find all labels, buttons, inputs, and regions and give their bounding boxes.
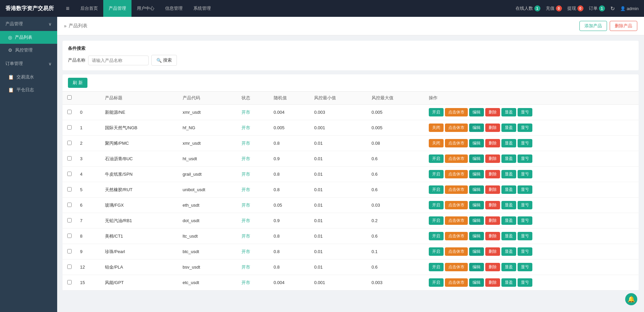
row-checkbox[interactable]	[67, 110, 72, 114]
refresh-button[interactable]: 刷 新	[68, 78, 87, 88]
delete-product-button[interactable]: 删除产品	[610, 21, 637, 31]
row-checkbox[interactable]	[67, 203, 72, 207]
edit-button[interactable]: 编辑	[469, 247, 484, 256]
sidebar-item-risk-control[interactable]: ⚙ 风控管理	[0, 44, 57, 57]
long-button[interactable]: 显盈	[501, 139, 516, 147]
row-checkbox[interactable]	[67, 125, 72, 130]
short-button[interactable]: 显亏	[518, 216, 532, 225]
edit-button[interactable]: 编辑	[469, 124, 484, 132]
row-checkbox[interactable]	[67, 187, 72, 192]
delete-button[interactable]: 删除	[485, 108, 500, 116]
suspend-button[interactable]: 点击休市	[445, 124, 468, 132]
nav-item-info[interactable]: 信息管理	[160, 0, 188, 17]
search-button[interactable]: 🔍 搜索	[151, 55, 177, 66]
row-checkbox[interactable]	[67, 265, 72, 269]
delete-button[interactable]: 删除	[485, 185, 500, 194]
long-button[interactable]: 显盈	[501, 216, 516, 225]
open-close-button[interactable]: 开启	[429, 201, 444, 209]
nav-item-system[interactable]: 系统管理	[188, 0, 216, 17]
delete-button[interactable]: 删除	[485, 263, 500, 271]
short-button[interactable]: 显亏	[518, 185, 532, 194]
row-checkbox[interactable]	[67, 218, 72, 222]
edit-button[interactable]: 编辑	[469, 139, 484, 147]
short-button[interactable]: 显亏	[518, 232, 532, 240]
search-input[interactable]	[88, 56, 149, 65]
short-button[interactable]: 显亏	[518, 247, 532, 256]
open-close-button[interactable]: 关闭	[429, 124, 444, 132]
suspend-button[interactable]: 点击休市	[445, 216, 468, 225]
notification-bell[interactable]: 🔔	[625, 293, 637, 305]
refresh-icon[interactable]: ↻	[610, 5, 615, 12]
short-button[interactable]: 显亏	[518, 263, 532, 271]
edit-button[interactable]: 编辑	[469, 201, 484, 209]
sidebar-item-close-log[interactable]: 📋 平仓日志	[0, 83, 57, 96]
nav-item-home[interactable]: 后台首页	[75, 0, 103, 17]
edit-button[interactable]: 编辑	[469, 170, 484, 178]
row-checkbox[interactable]	[67, 249, 72, 253]
row-checkbox[interactable]	[67, 141, 72, 145]
long-button[interactable]: 显盈	[501, 232, 516, 240]
recharge-count[interactable]: 充值 0	[546, 5, 562, 11]
edit-button[interactable]: 编辑	[469, 108, 484, 116]
short-button[interactable]: 显亏	[518, 278, 532, 287]
open-close-button[interactable]: 开启	[429, 232, 444, 240]
sidebar-group-orders[interactable]: 订单管理 ∨	[0, 57, 57, 71]
long-button[interactable]: 显盈	[501, 247, 516, 256]
open-close-button[interactable]: 开启	[429, 216, 444, 225]
delete-button[interactable]: 删除	[485, 154, 500, 163]
open-close-button[interactable]: 开启	[429, 170, 444, 178]
suspend-button[interactable]: 点击休市	[445, 170, 468, 178]
delete-button[interactable]: 删除	[485, 278, 500, 287]
delete-button[interactable]: 删除	[485, 247, 500, 256]
edit-button[interactable]: 编辑	[469, 278, 484, 287]
order-count[interactable]: 订单 1	[589, 5, 605, 11]
short-button[interactable]: 显亏	[518, 139, 532, 147]
sidebar-group-products[interactable]: 产品管理 ∨	[0, 17, 57, 31]
suspend-button[interactable]: 点击休市	[445, 278, 468, 287]
open-close-button[interactable]: 开启	[429, 263, 444, 271]
short-button[interactable]: 显亏	[518, 170, 532, 178]
delete-button[interactable]: 删除	[485, 139, 500, 147]
edit-button[interactable]: 编辑	[469, 263, 484, 271]
open-close-button[interactable]: 开启	[429, 108, 444, 116]
nav-item-products[interactable]: 产品管理	[103, 0, 131, 17]
long-button[interactable]: 显盈	[501, 278, 516, 287]
sidebar-item-transactions[interactable]: 📋 交易流水	[0, 71, 57, 83]
add-product-button[interactable]: 添加产品	[579, 21, 607, 31]
nav-item-users[interactable]: 用户中心	[131, 0, 160, 17]
short-button[interactable]: 显亏	[518, 201, 532, 209]
suspend-button[interactable]: 点击休市	[445, 247, 468, 256]
short-button[interactable]: 显亏	[518, 124, 532, 132]
suspend-button[interactable]: 点击休市	[445, 154, 468, 163]
delete-button[interactable]: 删除	[485, 124, 500, 132]
withdraw-count[interactable]: 提现 0	[567, 5, 583, 11]
edit-button[interactable]: 编辑	[469, 185, 484, 194]
suspend-button[interactable]: 点击休市	[445, 108, 468, 116]
suspend-button[interactable]: 点击休市	[445, 232, 468, 240]
long-button[interactable]: 显盈	[501, 263, 516, 271]
long-button[interactable]: 显盈	[501, 201, 516, 209]
row-checkbox[interactable]	[67, 234, 72, 238]
row-checkbox[interactable]	[67, 172, 72, 176]
admin-user[interactable]: 👤 admin	[620, 6, 639, 11]
open-close-button[interactable]: 开启	[429, 278, 444, 287]
delete-button[interactable]: 删除	[485, 170, 500, 178]
suspend-button[interactable]: 点击休市	[445, 201, 468, 209]
delete-button[interactable]: 删除	[485, 216, 500, 225]
long-button[interactable]: 显盈	[501, 185, 516, 194]
select-all-checkbox[interactable]	[67, 95, 72, 100]
open-close-button[interactable]: 关闭	[429, 139, 444, 147]
edit-button[interactable]: 编辑	[469, 232, 484, 240]
long-button[interactable]: 显盈	[501, 108, 516, 116]
edit-button[interactable]: 编辑	[469, 216, 484, 225]
edit-button[interactable]: 编辑	[469, 154, 484, 163]
menu-toggle-icon[interactable]: ≡	[61, 0, 75, 17]
long-button[interactable]: 显盈	[501, 154, 516, 163]
short-button[interactable]: 显亏	[518, 108, 532, 116]
row-checkbox[interactable]	[67, 280, 72, 284]
open-close-button[interactable]: 开启	[429, 185, 444, 194]
sidebar-item-product-list[interactable]: ◎ 产品列表	[0, 31, 57, 44]
suspend-button[interactable]: 点击休市	[445, 185, 468, 194]
suspend-button[interactable]: 点击休市	[445, 139, 468, 147]
open-close-button[interactable]: 开启	[429, 247, 444, 256]
